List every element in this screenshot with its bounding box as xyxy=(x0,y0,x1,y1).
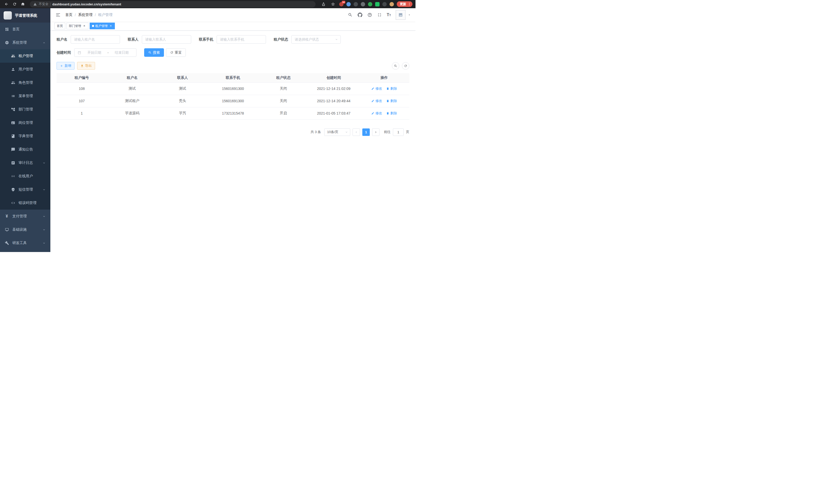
reload-icon[interactable] xyxy=(11,1,18,7)
tenant-status-select[interactable]: 请选择租户状态 xyxy=(291,35,341,44)
avatar[interactable] xyxy=(396,10,405,20)
sidebar-item[interactable]: 用户管理 xyxy=(0,63,50,76)
bookmark-star-icon[interactable] xyxy=(330,1,336,7)
edit-label: 修改 xyxy=(375,111,382,116)
home-icon[interactable] xyxy=(20,1,26,7)
sidebar-item[interactable]: ¥支付管理 xyxy=(0,210,50,223)
cell-id: 1 xyxy=(57,107,107,119)
sidebar-item-label: 研发工具 xyxy=(12,241,27,245)
sidebar-item[interactable]: 在线用户 xyxy=(0,170,50,183)
tab-item[interactable]: 首页 xyxy=(55,23,65,29)
create-time-range-picker[interactable]: 开始日期 - 结束日期 xyxy=(74,48,137,57)
extension-icon[interactable] xyxy=(368,2,372,6)
browser-menu-icon[interactable] xyxy=(407,2,412,6)
chrome-update-button[interactable]: 更新 xyxy=(397,1,412,7)
back-icon[interactable] xyxy=(3,1,10,7)
refresh-icon xyxy=(404,64,407,67)
sidebar-item[interactable]: 首页 xyxy=(0,23,50,36)
trash-icon xyxy=(386,99,389,102)
export-button[interactable]: 导出 xyxy=(77,62,95,69)
active-dot xyxy=(92,25,94,27)
close-icon[interactable]: × xyxy=(83,24,86,28)
tab-item[interactable]: 部门管理× xyxy=(66,23,88,29)
sidebar-item[interactable]: 菜单管理 xyxy=(0,89,50,103)
delete-link[interactable]: 删除 xyxy=(386,86,397,91)
extension-icon[interactable]: 10 xyxy=(339,2,344,6)
page-size-select[interactable]: 10条/页 xyxy=(324,128,350,136)
extension-icon[interactable] xyxy=(361,2,365,6)
refresh-table-button[interactable] xyxy=(402,62,409,69)
tab-item[interactable]: 租户管理× xyxy=(90,23,115,29)
cell-phone: 17321315478 xyxy=(208,107,258,119)
hamburger-icon[interactable] xyxy=(55,12,61,18)
extension-icon[interactable] xyxy=(375,2,379,6)
page-number-button[interactable]: 1 xyxy=(362,128,370,136)
reset-button-label: 重置 xyxy=(175,50,182,55)
tenant-name-input[interactable] xyxy=(71,35,120,44)
chevron-down-icon xyxy=(42,241,46,245)
sidebar-item[interactable]: 基础设施 xyxy=(0,223,50,236)
extension-icon[interactable] xyxy=(382,2,387,6)
fullscreen-icon[interactable] xyxy=(377,12,382,18)
sidebar-item[interactable]: 短信管理 xyxy=(0,183,50,196)
sidebar-item[interactable]: 字典管理 xyxy=(0,129,50,143)
toggle-search-button[interactable] xyxy=(392,62,399,69)
github-icon[interactable] xyxy=(357,12,362,18)
font-size-icon[interactable]: TT xyxy=(387,13,391,17)
sidebar-item[interactable]: 租户管理 xyxy=(0,49,50,63)
reset-button[interactable]: 重置 xyxy=(166,48,186,57)
select-placeholder: 请选择租户状态 xyxy=(295,37,319,42)
cell-actions: 修改删除 xyxy=(359,107,409,119)
column-header: 租户编号 xyxy=(57,73,107,83)
book-icon xyxy=(11,134,15,139)
page-content: 租户名 联系人 联系手机 租户状态 xyxy=(50,31,416,252)
sidebar-item-label: 系统管理 xyxy=(12,40,27,45)
sidebar-item[interactable]: 审计日志 xyxy=(0,156,50,170)
extension-icon[interactable] xyxy=(353,2,358,6)
dashboard-icon xyxy=(5,27,9,32)
delete-link[interactable]: 删除 xyxy=(386,99,397,103)
add-button[interactable]: 新增 xyxy=(57,62,75,69)
cell-id: 108 xyxy=(57,83,107,95)
cell-name: 芋道源码 xyxy=(107,107,157,119)
sidebar-item[interactable]: 错误码管理 xyxy=(0,196,50,210)
cell-actions: 修改删除 xyxy=(359,83,409,95)
search-button[interactable]: 搜索 xyxy=(144,48,164,57)
sidebar-item[interactable]: 研发工具 xyxy=(0,236,50,250)
sidebar-item[interactable]: 角色管理 xyxy=(0,76,50,89)
total-count: 共 3 条 xyxy=(311,130,321,135)
share-icon[interactable] xyxy=(320,1,327,7)
sidebar-item[interactable]: 系统管理 xyxy=(0,36,50,49)
breadcrumb-item[interactable]: 系统管理 xyxy=(78,12,92,17)
delete-link[interactable]: 删除 xyxy=(386,111,397,116)
prev-page-button[interactable] xyxy=(352,128,360,136)
edit-link[interactable]: 修改 xyxy=(371,111,382,116)
phone-input[interactable] xyxy=(217,35,266,44)
cell-contact: 测试 xyxy=(157,83,208,95)
help-icon[interactable] xyxy=(367,12,372,18)
edit-link[interactable]: 修改 xyxy=(371,99,382,103)
goto-page-input[interactable] xyxy=(393,128,404,136)
address-bar[interactable]: 不安全 dashboard.yudao.iocoder.cn/system/te… xyxy=(30,1,316,7)
security-warning-icon xyxy=(33,2,37,6)
sidebar-item[interactable]: 通知公告 xyxy=(0,143,50,156)
extension-icon[interactable] xyxy=(346,2,351,6)
cell-created: 2021-01-05 17:03:47 xyxy=(309,107,359,119)
logo[interactable]: 芋道管理系统 xyxy=(0,8,50,23)
extension-icon[interactable] xyxy=(390,2,394,6)
edit-link[interactable]: 修改 xyxy=(371,86,382,91)
breadcrumb-separator: / xyxy=(75,13,76,17)
caret-down-icon[interactable] xyxy=(408,13,411,17)
search-icon[interactable] xyxy=(348,12,352,18)
filter-tenant-status: 租户状态 请选择租户状态 xyxy=(274,35,341,44)
sidebar-item[interactable]: 部门管理 xyxy=(0,103,50,116)
cell-phone: 15601691300 xyxy=(208,83,258,95)
breadcrumb-item[interactable]: 首页 xyxy=(65,12,73,17)
edit-icon xyxy=(371,99,374,102)
sidebar-item[interactable]: 岗位管理 xyxy=(0,116,50,129)
contact-input[interactable] xyxy=(142,35,191,44)
next-page-button[interactable] xyxy=(372,128,379,136)
sidebar-item-label: 租户管理 xyxy=(19,54,33,58)
cell-status: 开启 xyxy=(258,107,309,119)
close-icon[interactable]: × xyxy=(109,24,113,28)
